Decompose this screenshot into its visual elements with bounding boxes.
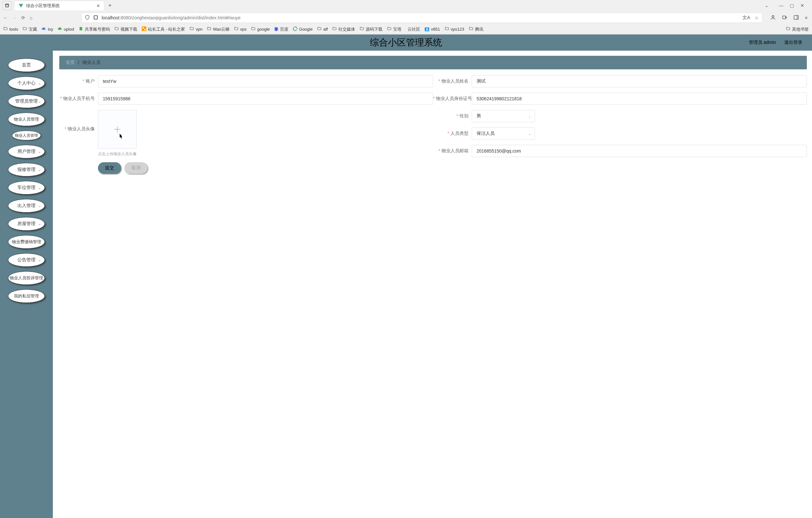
- user-label[interactable]: 管理员 admin: [749, 40, 776, 46]
- reload-button[interactable]: ⟳: [21, 15, 25, 20]
- bookmark-label: txy: [48, 27, 53, 32]
- sidebar-item[interactable]: 出入管理⌄: [8, 199, 45, 213]
- translate-icon[interactable]: 文A: [743, 15, 750, 21]
- account-icon[interactable]: [770, 15, 776, 21]
- staff-name-input[interactable]: [472, 75, 807, 87]
- sidebar-item-label: 公告管理: [18, 257, 35, 263]
- chevron-down-icon[interactable]: ⌄: [765, 3, 768, 8]
- avatar-upload[interactable]: [98, 110, 137, 149]
- bookmark-item[interactable]: vps: [234, 26, 246, 32]
- account-input[interactable]: [98, 75, 433, 87]
- bookmark-item[interactable]: aff: [317, 26, 328, 32]
- sidebar-item[interactable]: 物业费缴纳管理: [8, 235, 45, 249]
- bookmark-item[interactable]: vps123: [445, 26, 464, 32]
- breadcrumb-home[interactable]: 首页: [66, 60, 75, 65]
- sidebar-item[interactable]: 我的私信管理: [8, 289, 45, 303]
- bookmark-item[interactable]: 宝藏: [23, 26, 37, 32]
- sidebar-item[interactable]: 物业人员投诉管理: [8, 271, 45, 285]
- svg-rect-10: [142, 27, 144, 28]
- bookmark-item[interactable]: tools: [3, 26, 18, 32]
- label-staff-avatar: *物业人员头像: [59, 110, 98, 132]
- staff-phone-input[interactable]: [98, 92, 433, 105]
- bookmarks-bar: tools宝藏txyuplod共享账号密码视频下载站长工具 - 站长之家vpnM…: [0, 25, 812, 34]
- minimize-button[interactable]: —: [776, 2, 786, 9]
- address-bar[interactable]: localhost:8080/zonghexiaoqiguanlixitong/…: [81, 12, 762, 23]
- bookmark-label: 其他书签: [792, 26, 809, 32]
- bookmark-item[interactable]: Google: [293, 26, 313, 32]
- sidebar-item[interactable]: 个人中心⌄: [8, 77, 45, 90]
- maximize-button[interactable]: ▢: [787, 2, 796, 9]
- sidebar-item-label: 房屋管理: [18, 221, 35, 227]
- chevron-down-icon: ⌄: [38, 99, 41, 104]
- sidebar-item[interactable]: 管理员管理⌄: [8, 94, 45, 108]
- menu-icon[interactable]: ≡: [805, 15, 808, 20]
- bookmark-item[interactable]: Av651: [425, 27, 440, 32]
- back-button[interactable]: ←: [3, 15, 8, 20]
- bookmark-item[interactable]: 源码下载: [359, 26, 382, 32]
- sidebar-item[interactable]: 物业人员管理: [8, 113, 45, 126]
- browser-chrome: 综合小区管理系统 ✕ + ⌄ — ▢ ✕ ← → ⟳ ⌂: [0, 0, 812, 34]
- bookmark-label: uplod: [64, 27, 74, 32]
- bookmark-label: 云社区: [408, 26, 420, 32]
- gender-select[interactable]: [472, 110, 535, 122]
- svg-rect-5: [786, 17, 787, 18]
- label-gender: *性别: [433, 113, 472, 119]
- close-icon[interactable]: ✕: [96, 3, 100, 8]
- staff-type-select[interactable]: [472, 128, 535, 140]
- bookmark-item[interactable]: 共享账号密码: [79, 26, 110, 32]
- logout-button[interactable]: 退出登录: [784, 40, 802, 46]
- staff-email-input[interactable]: [472, 145, 807, 157]
- extensions-icon[interactable]: [782, 15, 787, 21]
- home-button[interactable]: ⌂: [30, 15, 32, 20]
- svg-rect-0: [5, 4, 8, 7]
- permissions-icon[interactable]: [93, 15, 98, 21]
- tab-title: 综合小区管理系统: [26, 3, 94, 9]
- bookmark-label: 源码下载: [366, 26, 382, 32]
- sidebar-item-label: 物业人员管理: [14, 116, 39, 122]
- bookmark-other[interactable]: 其他书签: [786, 26, 809, 32]
- bookmark-item[interactable]: txy: [41, 26, 53, 32]
- shield-icon[interactable]: [85, 15, 90, 21]
- bookmark-item[interactable]: vpn: [190, 26, 202, 32]
- bookmark-item[interactable]: 腾讯: [469, 26, 483, 32]
- bookmark-item[interactable]: google: [251, 26, 270, 32]
- bookmark-item[interactable]: 宝塔: [387, 26, 402, 32]
- staff-idcard-input[interactable]: [472, 92, 807, 105]
- bookmark-item[interactable]: uplod: [58, 26, 74, 32]
- label-staff-idcard: *物业人员身份证号: [433, 96, 472, 102]
- sidebar-icon[interactable]: [793, 15, 799, 21]
- sidebar-item[interactable]: 报修管理⌄: [8, 163, 45, 176]
- svg-rect-6: [794, 16, 799, 19]
- bookmark-item[interactable]: 掌百度: [274, 26, 288, 32]
- sidebar-item-label: 用户管理: [18, 149, 35, 155]
- bookmark-item[interactable]: 站长工具 - 站长之家: [142, 26, 185, 32]
- folder-icon: [786, 26, 790, 32]
- browser-tab[interactable]: 综合小区管理系统 ✕: [14, 1, 105, 10]
- bookmark-item[interactable]: 社交媒体: [332, 26, 355, 32]
- sidebar-item[interactable]: 用户管理⌄: [8, 145, 45, 158]
- sidebar-item[interactable]: 首页: [8, 58, 45, 72]
- bookmark-item[interactable]: Max云梯: [207, 26, 229, 32]
- breadcrumb: 首页 / 物业人员: [59, 56, 807, 69]
- tab-list-button[interactable]: [3, 1, 11, 10]
- cancel-button[interactable]: 取消: [124, 162, 148, 174]
- sidebar-item[interactable]: 物业人员管理: [12, 131, 41, 140]
- bookmark-icon: [41, 26, 46, 32]
- bookmark-star-icon[interactable]: ☆: [755, 15, 759, 20]
- bookmark-icon: [114, 26, 119, 32]
- label-staff-type: *人员类型: [433, 131, 472, 136]
- sidebar-item[interactable]: 车位管理⌄: [8, 181, 45, 194]
- new-tab-button[interactable]: +: [107, 1, 113, 10]
- sidebar-item-label: 我的私信管理: [14, 293, 39, 299]
- submit-button[interactable]: 提交: [98, 162, 121, 174]
- bookmark-item[interactable]: 视频下载: [114, 26, 137, 32]
- breadcrumb-current: 物业人员: [83, 60, 100, 65]
- bookmark-label: Max云梯: [213, 26, 229, 32]
- bookmark-label: Google: [299, 27, 313, 32]
- sidebar-item[interactable]: 公告管理⌄: [8, 253, 45, 267]
- bookmark-icon: 掌: [274, 26, 279, 32]
- sidebar-item[interactable]: 房屋管理⌄: [8, 217, 45, 230]
- bookmark-item[interactable]: 云社区: [406, 26, 420, 32]
- close-window-button[interactable]: ✕: [798, 2, 807, 9]
- vue-icon: [18, 3, 24, 8]
